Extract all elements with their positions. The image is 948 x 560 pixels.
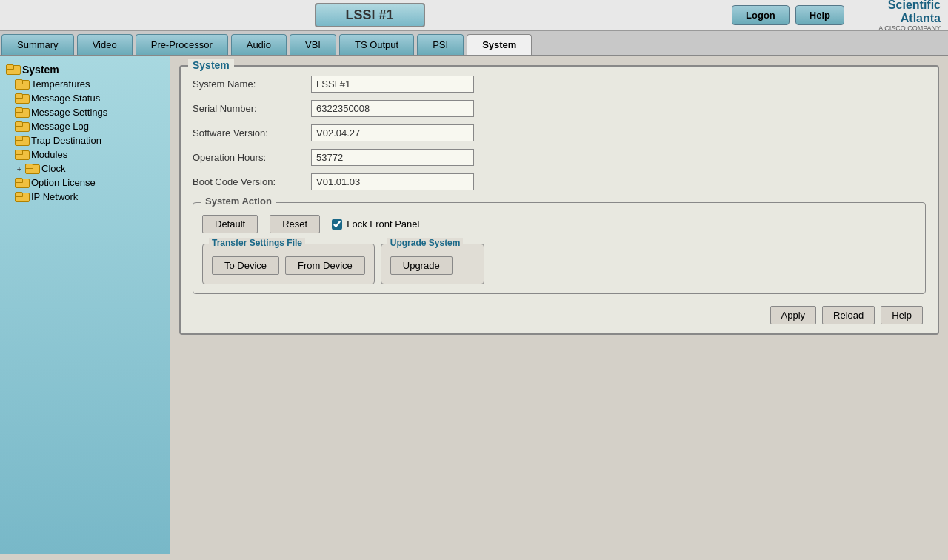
folder-icon-modules xyxy=(15,150,28,160)
header-buttons: Logon Help xyxy=(732,5,844,25)
tab-vbi[interactable]: VBI xyxy=(290,34,336,55)
serial-number-label: Serial Number: xyxy=(193,103,311,114)
sidebar-item-message-status[interactable]: Message Status xyxy=(0,91,170,105)
tab-bar: Summary Video Pre-Processor Audio VBI TS… xyxy=(0,31,948,56)
upgrade-system-title: Upgrade System xyxy=(387,238,464,248)
sidebar-temperatures-label: Temperatures xyxy=(31,79,90,90)
help-button[interactable]: Help xyxy=(795,5,844,25)
tab-system[interactable]: System xyxy=(467,34,532,55)
tab-audio[interactable]: Audio xyxy=(231,34,287,55)
device-title: LSSI #1 xyxy=(315,3,425,27)
system-action-panel: System Action Default Reset Lock Front P… xyxy=(193,202,926,294)
sidebar-system-label: System xyxy=(22,64,59,76)
folder-icon-clock xyxy=(25,164,39,174)
sidebar-trap-destination-label: Trap Destination xyxy=(31,135,101,146)
tab-video[interactable]: Video xyxy=(77,34,133,55)
to-device-button[interactable]: To Device xyxy=(212,256,279,275)
sidebar-message-status-label: Message Status xyxy=(31,93,100,104)
logon-button[interactable]: Logon xyxy=(732,5,790,25)
from-device-button[interactable]: From Device xyxy=(285,256,365,275)
boot-code-version-label: Boot Code Version: xyxy=(193,176,311,187)
action-buttons-row: Default Reset Lock Front Panel xyxy=(202,215,916,233)
system-panel-title: System xyxy=(188,59,234,71)
lock-front-panel-row: Lock Front Panel xyxy=(332,219,419,230)
sidebar-modules-label: Modules xyxy=(31,149,67,160)
logo-sub: A CISCO COMPANY xyxy=(878,24,941,32)
folder-icon-ip-network xyxy=(15,192,28,202)
transfer-settings-title: Transfer Settings File xyxy=(209,238,305,248)
sidebar-message-log-label: Message Log xyxy=(31,121,89,132)
transfer-settings-panel: Transfer Settings File To Device From De… xyxy=(202,244,375,284)
system-action-title: System Action xyxy=(201,196,276,207)
operation-hours-row: Operation Hours: xyxy=(193,149,926,166)
upgrade-button[interactable]: Upgrade xyxy=(390,256,453,275)
reset-button[interactable]: Reset xyxy=(270,215,320,233)
sidebar-item-trap-destination[interactable]: Trap Destination xyxy=(0,133,170,147)
system-name-input[interactable] xyxy=(311,76,474,93)
upgrade-buttons: Upgrade xyxy=(390,256,475,275)
system-name-row: System Name: xyxy=(193,76,926,93)
sidebar-clock-label: Clock xyxy=(41,163,66,174)
serial-number-input[interactable] xyxy=(311,100,474,117)
header: LSSI #1 Logon Help Scientific Atlanta A … xyxy=(0,0,948,31)
sidebar-item-system[interactable]: System xyxy=(0,62,170,77)
folder-icon-trap-destination xyxy=(15,136,28,146)
logo: Scientific Atlanta A CISCO COMPANY xyxy=(852,0,941,32)
tab-ts-output[interactable]: TS Output xyxy=(339,34,414,55)
apply-button[interactable]: Apply xyxy=(770,306,817,324)
logo-line2: Atlanta xyxy=(901,12,941,25)
system-panel: System System Name: Serial Number: Softw… xyxy=(179,65,939,335)
sidebar-item-temperatures[interactable]: Temperatures xyxy=(0,77,170,91)
serial-number-row: Serial Number: xyxy=(193,100,926,117)
tab-summary[interactable]: Summary xyxy=(1,34,74,55)
default-button[interactable]: Default xyxy=(202,215,258,233)
upgrade-system-panel: Upgrade System Upgrade xyxy=(381,244,484,284)
lock-front-panel-checkbox[interactable] xyxy=(332,219,342,230)
header-title-area: LSSI #1 xyxy=(7,3,732,27)
boot-code-version-input[interactable] xyxy=(311,173,474,190)
expand-icon-clock: + xyxy=(15,164,24,173)
transfer-buttons: To Device From Device xyxy=(212,256,365,275)
folder-icon-option-license xyxy=(15,178,28,188)
sidebar-item-option-license[interactable]: Option License xyxy=(0,176,170,190)
folder-icon-system xyxy=(6,64,19,75)
transfer-upgrade-row: Transfer Settings File To Device From De… xyxy=(202,244,916,284)
logo-line1: Scientific xyxy=(888,0,941,12)
sidebar-option-license-label: Option License xyxy=(31,177,96,188)
help-footer-button[interactable]: Help xyxy=(881,306,923,324)
software-version-input[interactable] xyxy=(311,124,474,141)
lock-front-panel-label: Lock Front Panel xyxy=(347,219,419,230)
sidebar-ip-network-label: IP Network xyxy=(31,191,78,202)
sidebar-item-message-log[interactable]: Message Log xyxy=(0,119,170,133)
tab-preprocessor[interactable]: Pre-Processor xyxy=(136,34,228,55)
folder-icon-message-log xyxy=(15,121,28,132)
system-name-label: System Name: xyxy=(193,79,311,90)
sidebar-item-modules[interactable]: Modules xyxy=(0,147,170,161)
main-layout: System Temperatures Message Status Messa… xyxy=(0,56,948,554)
operation-hours-input[interactable] xyxy=(311,149,474,166)
footer-buttons: Apply Reload Help xyxy=(193,306,926,324)
folder-icon-message-status xyxy=(15,93,28,104)
folder-icon-message-settings xyxy=(15,107,28,118)
tab-psi[interactable]: PSI xyxy=(417,34,464,55)
boot-code-version-row: Boot Code Version: xyxy=(193,173,926,190)
sidebar-item-message-settings[interactable]: Message Settings xyxy=(0,105,170,119)
operation-hours-label: Operation Hours: xyxy=(193,152,311,163)
sidebar-item-ip-network[interactable]: IP Network xyxy=(0,190,170,204)
software-version-label: Software Version: xyxy=(193,127,311,139)
sidebar: System Temperatures Message Status Messa… xyxy=(0,56,170,554)
folder-icon-temperatures xyxy=(15,79,28,90)
content-area: System System Name: Serial Number: Softw… xyxy=(170,56,948,554)
sidebar-message-settings-label: Message Settings xyxy=(31,107,107,118)
reload-button[interactable]: Reload xyxy=(822,306,875,324)
software-version-row: Software Version: xyxy=(193,124,926,141)
sidebar-item-clock[interactable]: + Clock xyxy=(0,161,170,176)
